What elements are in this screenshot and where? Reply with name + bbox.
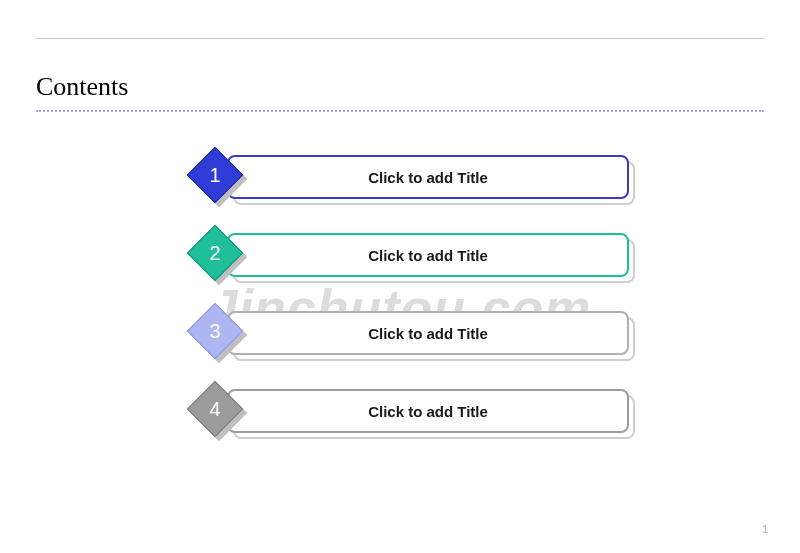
content-label: Click to add Title <box>227 389 629 433</box>
contents-list: Click to add Title 1 Click to add Title … <box>195 155 635 467</box>
item-number: 3 <box>195 311 235 351</box>
content-label: Click to add Title <box>227 155 629 199</box>
item-number: 2 <box>195 233 235 273</box>
page-title: Contents <box>36 72 128 102</box>
content-label: Click to add Title <box>227 233 629 277</box>
content-item-4[interactable]: Click to add Title 4 <box>195 389 635 437</box>
top-divider <box>36 38 764 39</box>
dotted-divider <box>36 110 764 112</box>
content-item-3[interactable]: Click to add Title 3 <box>195 311 635 359</box>
content-item-1[interactable]: Click to add Title 1 <box>195 155 635 203</box>
item-number: 4 <box>195 389 235 429</box>
item-number: 1 <box>195 155 235 195</box>
content-item-2[interactable]: Click to add Title 2 <box>195 233 635 281</box>
content-label: Click to add Title <box>227 311 629 355</box>
page-number: 1 <box>762 523 768 535</box>
